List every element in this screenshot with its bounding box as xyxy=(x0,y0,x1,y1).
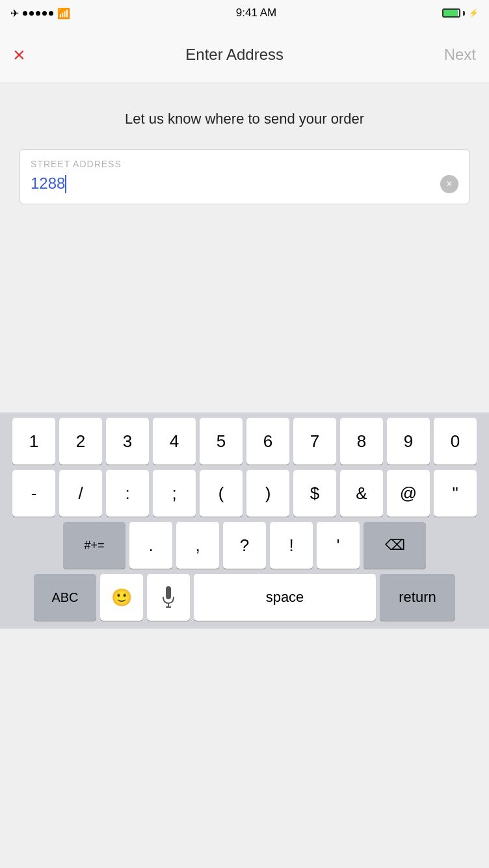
charging-icon: ⚡ xyxy=(469,8,479,18)
mic-icon xyxy=(161,586,176,608)
key-slash[interactable]: / xyxy=(59,470,102,517)
keyboard-row-bottom: ABC 🙂 space return xyxy=(3,574,486,621)
key-0[interactable]: 0 xyxy=(434,418,477,465)
key-1[interactable]: 1 xyxy=(12,418,55,465)
key-period[interactable]: . xyxy=(129,522,172,569)
nav-bar: × Enter Address Next xyxy=(0,26,489,83)
key-5[interactable]: 5 xyxy=(200,418,243,465)
key-open-paren[interactable]: ( xyxy=(200,470,243,517)
address-value[interactable]: 1288 xyxy=(31,174,440,194)
key-backspace[interactable]: ⌫ xyxy=(363,522,426,569)
key-exclamation[interactable]: ! xyxy=(270,522,313,569)
keyboard-row-symbols: - / : ; ( ) $ & @ " xyxy=(3,470,486,517)
clear-button[interactable]: × xyxy=(440,175,458,193)
key-space[interactable]: space xyxy=(194,574,376,621)
close-button[interactable]: × xyxy=(13,44,25,65)
key-7[interactable]: 7 xyxy=(293,418,336,465)
key-question[interactable]: ? xyxy=(223,522,266,569)
signal-dot xyxy=(36,11,40,16)
empty-space xyxy=(0,217,489,413)
content-area: Let us know where to send your order STR… xyxy=(0,83,489,217)
battery-icon xyxy=(442,8,460,18)
key-return[interactable]: return xyxy=(380,574,455,621)
key-quote[interactable]: " xyxy=(434,470,477,517)
key-semicolon[interactable]: ; xyxy=(153,470,196,517)
key-mic[interactable] xyxy=(147,574,190,621)
battery-tip xyxy=(463,11,465,16)
wifi-icon: 📶 xyxy=(57,7,70,20)
signal-dot xyxy=(49,11,53,16)
address-input-row: 1288 × xyxy=(31,174,458,194)
battery-container xyxy=(442,8,465,18)
next-button[interactable]: Next xyxy=(444,46,476,64)
status-left: ✈ 📶 xyxy=(10,7,70,20)
svg-rect-0 xyxy=(166,586,171,599)
status-right: ⚡ xyxy=(442,8,479,18)
text-cursor xyxy=(65,175,66,193)
address-card: STREET ADDRESS 1288 × xyxy=(20,149,469,205)
airplane-icon: ✈ xyxy=(10,7,19,20)
key-2[interactable]: 2 xyxy=(59,418,102,465)
signal-dot xyxy=(42,11,47,16)
key-6[interactable]: 6 xyxy=(246,418,289,465)
key-3[interactable]: 3 xyxy=(106,418,149,465)
keyboard-row-numbers: 1 2 3 4 5 6 7 8 9 0 xyxy=(3,418,486,465)
status-time: 9:41 AM xyxy=(236,7,276,20)
key-at[interactable]: @ xyxy=(387,470,430,517)
keyboard-row-special: #+= . , ? ! ' ⌫ xyxy=(3,522,486,569)
clear-icon: × xyxy=(446,178,452,190)
address-label: STREET ADDRESS xyxy=(31,159,458,169)
keyboard: 1 2 3 4 5 6 7 8 9 0 - / : ; ( ) $ & @ " … xyxy=(0,413,489,629)
key-apostrophe[interactable]: ' xyxy=(317,522,360,569)
key-dollar[interactable]: $ xyxy=(293,470,336,517)
key-abc[interactable]: ABC xyxy=(34,574,96,621)
signal-dot xyxy=(23,11,27,16)
key-emoji[interactable]: 🙂 xyxy=(100,574,143,621)
key-4[interactable]: 4 xyxy=(153,418,196,465)
key-dash[interactable]: - xyxy=(12,470,55,517)
key-colon[interactable]: : xyxy=(106,470,149,517)
address-text: 1288 xyxy=(31,174,65,192)
key-9[interactable]: 9 xyxy=(387,418,430,465)
key-symbols-switch[interactable]: #+= xyxy=(63,522,126,569)
status-bar: ✈ 📶 9:41 AM ⚡ xyxy=(0,0,489,26)
signal-dots xyxy=(23,11,53,16)
key-close-paren[interactable]: ) xyxy=(246,470,289,517)
instruction-text: Let us know where to send your order xyxy=(20,109,469,129)
key-8[interactable]: 8 xyxy=(340,418,383,465)
key-comma[interactable]: , xyxy=(176,522,219,569)
key-ampersand[interactable]: & xyxy=(340,470,383,517)
signal-dot xyxy=(29,11,34,16)
battery-fill xyxy=(443,10,458,16)
nav-title: Enter Address xyxy=(185,46,284,64)
